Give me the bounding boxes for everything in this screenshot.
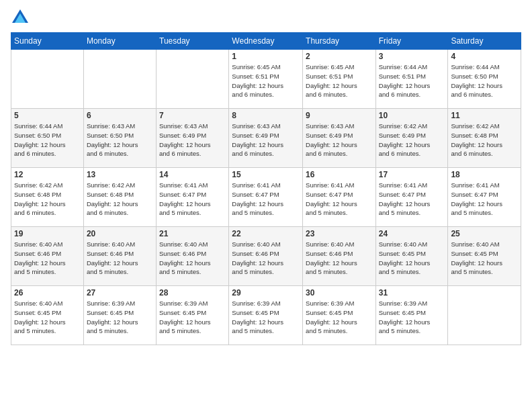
day-number: 22 xyxy=(232,229,300,238)
day-number: 9 xyxy=(306,111,373,120)
day-info: Sunrise: 6:42 AM Sunset: 6:49 PM Dayligh… xyxy=(379,122,445,158)
day-cell: 14Sunrise: 6:41 AM Sunset: 6:47 PM Dayli… xyxy=(157,168,229,227)
day-number: 14 xyxy=(159,170,226,179)
day-info: Sunrise: 6:40 AM Sunset: 6:46 PM Dayligh… xyxy=(87,240,153,277)
day-number: 20 xyxy=(87,229,153,238)
weekday-header-saturday: Saturday xyxy=(448,33,521,50)
day-info: Sunrise: 6:42 AM Sunset: 6:48 PM Dayligh… xyxy=(451,122,518,158)
weekday-header-sunday: Sunday xyxy=(11,33,84,50)
day-cell: 3Sunrise: 6:44 AM Sunset: 6:51 PM Daylig… xyxy=(375,50,448,109)
day-cell: 15Sunrise: 6:41 AM Sunset: 6:47 PM Dayli… xyxy=(229,168,303,227)
day-cell: 9Sunrise: 6:43 AM Sunset: 6:49 PM Daylig… xyxy=(303,109,376,168)
calendar-header: SundayMondayTuesdayWednesdayThursdayFrid… xyxy=(11,33,521,50)
day-cell: 19Sunrise: 6:40 AM Sunset: 6:46 PM Dayli… xyxy=(11,227,84,286)
day-cell: 25Sunrise: 6:40 AM Sunset: 6:45 PM Dayli… xyxy=(448,227,521,286)
day-number: 4 xyxy=(451,52,518,61)
day-number: 25 xyxy=(451,229,518,238)
weekday-header-wednesday: Wednesday xyxy=(229,33,303,50)
day-cell: 11Sunrise: 6:42 AM Sunset: 6:48 PM Dayli… xyxy=(448,109,521,168)
day-number: 16 xyxy=(306,170,373,179)
week-row-1: 1Sunrise: 6:45 AM Sunset: 6:51 PM Daylig… xyxy=(11,50,521,109)
week-row-2: 5Sunrise: 6:44 AM Sunset: 6:50 PM Daylig… xyxy=(11,109,521,168)
day-number: 11 xyxy=(451,111,518,120)
day-info: Sunrise: 6:39 AM Sunset: 6:45 PM Dayligh… xyxy=(379,299,445,336)
logo xyxy=(11,8,32,27)
day-number: 26 xyxy=(14,288,81,298)
day-info: Sunrise: 6:42 AM Sunset: 6:48 PM Dayligh… xyxy=(87,181,153,218)
day-number: 21 xyxy=(159,229,226,238)
weekday-header-tuesday: Tuesday xyxy=(157,33,229,50)
day-info: Sunrise: 6:45 AM Sunset: 6:51 PM Dayligh… xyxy=(306,62,373,99)
day-cell xyxy=(448,286,521,345)
week-row-4: 19Sunrise: 6:40 AM Sunset: 6:46 PM Dayli… xyxy=(11,227,521,286)
day-info: Sunrise: 6:39 AM Sunset: 6:45 PM Dayligh… xyxy=(159,299,226,336)
day-cell: 23Sunrise: 6:40 AM Sunset: 6:46 PM Dayli… xyxy=(303,227,376,286)
day-cell: 30Sunrise: 6:39 AM Sunset: 6:45 PM Dayli… xyxy=(303,286,376,345)
day-info: Sunrise: 6:41 AM Sunset: 6:47 PM Dayligh… xyxy=(232,181,300,218)
day-cell: 12Sunrise: 6:42 AM Sunset: 6:48 PM Dayli… xyxy=(11,168,84,227)
day-cell: 31Sunrise: 6:39 AM Sunset: 6:45 PM Dayli… xyxy=(375,286,448,345)
day-number: 8 xyxy=(232,111,300,120)
day-info: Sunrise: 6:43 AM Sunset: 6:49 PM Dayligh… xyxy=(232,122,300,158)
week-row-5: 26Sunrise: 6:40 AM Sunset: 6:45 PM Dayli… xyxy=(11,286,521,345)
day-info: Sunrise: 6:44 AM Sunset: 6:50 PM Dayligh… xyxy=(14,122,81,158)
header xyxy=(11,8,521,27)
day-cell: 21Sunrise: 6:40 AM Sunset: 6:46 PM Dayli… xyxy=(157,227,229,286)
day-cell: 27Sunrise: 6:39 AM Sunset: 6:45 PM Dayli… xyxy=(83,286,156,345)
day-number: 18 xyxy=(451,170,518,179)
day-number: 1 xyxy=(232,52,300,61)
day-number: 5 xyxy=(14,111,81,120)
weekday-header-friday: Friday xyxy=(375,33,448,50)
day-cell: 18Sunrise: 6:41 AM Sunset: 6:47 PM Dayli… xyxy=(448,168,521,227)
day-number: 7 xyxy=(159,111,226,120)
day-cell: 28Sunrise: 6:39 AM Sunset: 6:45 PM Dayli… xyxy=(157,286,229,345)
day-info: Sunrise: 6:40 AM Sunset: 6:46 PM Dayligh… xyxy=(159,240,226,277)
day-cell: 8Sunrise: 6:43 AM Sunset: 6:49 PM Daylig… xyxy=(229,109,303,168)
day-cell: 26Sunrise: 6:40 AM Sunset: 6:45 PM Dayli… xyxy=(11,286,84,345)
day-cell xyxy=(157,50,229,109)
day-info: Sunrise: 6:39 AM Sunset: 6:45 PM Dayligh… xyxy=(306,299,373,336)
day-cell: 2Sunrise: 6:45 AM Sunset: 6:51 PM Daylig… xyxy=(303,50,376,109)
day-cell: 22Sunrise: 6:40 AM Sunset: 6:46 PM Dayli… xyxy=(229,227,303,286)
day-info: Sunrise: 6:39 AM Sunset: 6:45 PM Dayligh… xyxy=(87,299,153,336)
day-info: Sunrise: 6:40 AM Sunset: 6:45 PM Dayligh… xyxy=(379,240,445,277)
day-info: Sunrise: 6:44 AM Sunset: 6:51 PM Dayligh… xyxy=(379,62,445,99)
day-number: 23 xyxy=(306,229,373,238)
day-number: 24 xyxy=(379,229,445,238)
day-info: Sunrise: 6:42 AM Sunset: 6:48 PM Dayligh… xyxy=(14,181,81,218)
calendar-body: 1Sunrise: 6:45 AM Sunset: 6:51 PM Daylig… xyxy=(11,50,521,345)
calendar: SundayMondayTuesdayWednesdayThursdayFrid… xyxy=(11,32,521,345)
day-cell: 7Sunrise: 6:43 AM Sunset: 6:49 PM Daylig… xyxy=(157,109,229,168)
day-number: 17 xyxy=(379,170,445,179)
day-cell: 29Sunrise: 6:39 AM Sunset: 6:45 PM Dayli… xyxy=(229,286,303,345)
day-cell: 1Sunrise: 6:45 AM Sunset: 6:51 PM Daylig… xyxy=(229,50,303,109)
day-cell: 10Sunrise: 6:42 AM Sunset: 6:49 PM Dayli… xyxy=(375,109,448,168)
day-info: Sunrise: 6:41 AM Sunset: 6:47 PM Dayligh… xyxy=(306,181,373,218)
weekday-row: SundayMondayTuesdayWednesdayThursdayFrid… xyxy=(11,33,521,50)
day-cell xyxy=(11,50,84,109)
week-row-3: 12Sunrise: 6:42 AM Sunset: 6:48 PM Dayli… xyxy=(11,168,521,227)
day-number: 2 xyxy=(306,52,373,61)
day-number: 12 xyxy=(14,170,81,179)
day-number: 29 xyxy=(232,288,300,298)
day-number: 30 xyxy=(306,288,373,298)
day-info: Sunrise: 6:43 AM Sunset: 6:49 PM Dayligh… xyxy=(306,122,373,158)
day-info: Sunrise: 6:40 AM Sunset: 6:46 PM Dayligh… xyxy=(232,240,300,277)
day-info: Sunrise: 6:41 AM Sunset: 6:47 PM Dayligh… xyxy=(451,181,518,218)
day-cell xyxy=(83,50,156,109)
day-info: Sunrise: 6:40 AM Sunset: 6:45 PM Dayligh… xyxy=(451,240,518,277)
day-cell: 17Sunrise: 6:41 AM Sunset: 6:47 PM Dayli… xyxy=(375,168,448,227)
day-number: 6 xyxy=(87,111,153,120)
day-number: 27 xyxy=(87,288,153,298)
day-info: Sunrise: 6:41 AM Sunset: 6:47 PM Dayligh… xyxy=(379,181,445,218)
day-number: 3 xyxy=(379,52,445,61)
day-number: 10 xyxy=(379,111,445,120)
day-number: 28 xyxy=(159,288,226,298)
weekday-header-monday: Monday xyxy=(83,33,156,50)
day-info: Sunrise: 6:45 AM Sunset: 6:51 PM Dayligh… xyxy=(232,62,300,99)
day-info: Sunrise: 6:44 AM Sunset: 6:50 PM Dayligh… xyxy=(451,62,518,99)
day-cell: 20Sunrise: 6:40 AM Sunset: 6:46 PM Dayli… xyxy=(83,227,156,286)
day-number: 19 xyxy=(14,229,81,238)
page: SundayMondayTuesdayWednesdayThursdayFrid… xyxy=(0,0,532,411)
day-info: Sunrise: 6:40 AM Sunset: 6:45 PM Dayligh… xyxy=(14,299,81,336)
